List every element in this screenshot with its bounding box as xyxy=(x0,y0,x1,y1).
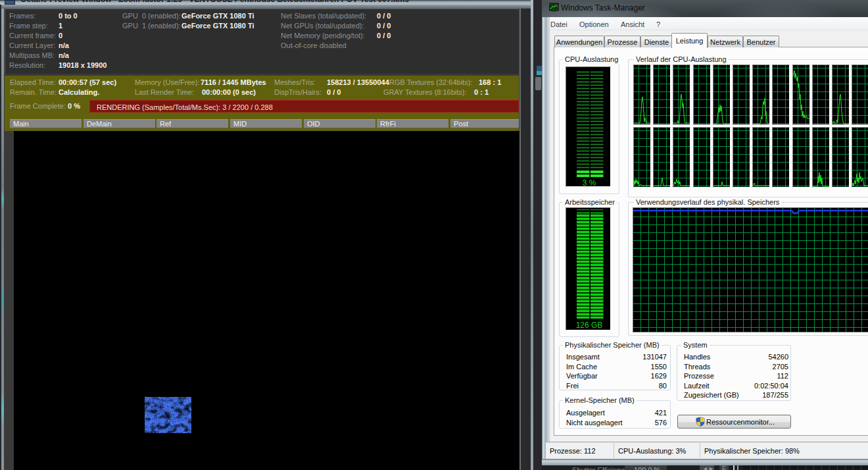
svg-text:3 %: 3 % xyxy=(583,178,596,187)
svg-text:126 GB: 126 GB xyxy=(576,321,603,330)
